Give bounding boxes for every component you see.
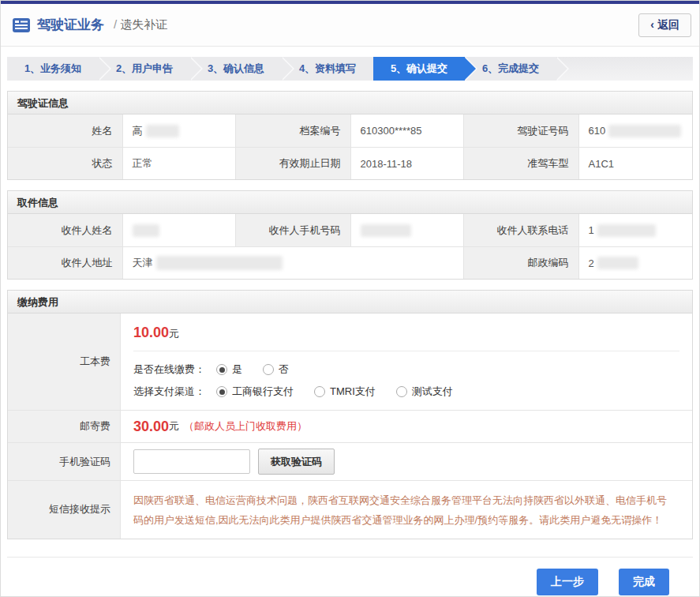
- status-label: 状态: [8, 147, 122, 179]
- pickup-info-section: 取件信息 收件人姓名 收件人手机号码 收件人联系电话 1 收件人地址 天津 邮政…: [7, 190, 693, 280]
- name-label: 姓名: [8, 115, 122, 147]
- step-wizard: 1、业务须知 2、用户申告 3、确认信息 4、资料填写 5、确认提交 6、完成提…: [7, 57, 693, 81]
- channel-option-test[interactable]: 测试支付: [396, 385, 453, 399]
- recipient-mobile-redacted-blur: [361, 224, 411, 237]
- recipient-phone-label: 收件人联系电话: [464, 214, 578, 246]
- license-row-1: 姓名 高 档案编号 610300****85 驾驶证号码 610: [8, 115, 692, 147]
- mail-fee-amount: 30.00: [133, 419, 169, 435]
- pickup-row-2: 收件人地址 天津 邮政编码 2: [8, 246, 692, 279]
- pay-channel-row: 选择支付渠道： 工商银行支付 TMRI支付 测试支付: [133, 385, 679, 399]
- license-info-section: 驾驶证信息 姓名 高 档案编号 610300****85 驾驶证号码 610 状…: [7, 91, 693, 180]
- address-text: 天津: [133, 256, 153, 270]
- header-title-group: 驾驶证业务 /遗失补证: [12, 16, 167, 34]
- vehicle-type-label: 准驾车型: [464, 147, 578, 179]
- channel-option-tmri[interactable]: TMRI支付: [314, 385, 376, 399]
- name-value: 高: [122, 115, 237, 147]
- mail-fee-label: 邮寄费: [8, 410, 120, 442]
- pickup-section-title: 取件信息: [8, 191, 692, 214]
- back-chevron-icon: ‹: [650, 18, 654, 31]
- captcha-label: 手机验证码: [8, 442, 120, 480]
- pickup-row-1: 收件人姓名 收件人手机号码 收件人联系电话 1: [8, 214, 692, 246]
- online-pay-no-label: 否: [279, 362, 289, 377]
- license-no-label: 驾驶证号码: [464, 115, 578, 147]
- online-pay-option-yes[interactable]: 是: [216, 362, 242, 377]
- recipient-phone-text: 1: [589, 224, 594, 236]
- mail-fee-note: （邮政人员上门收取费用）: [184, 419, 307, 434]
- step-6-complete-submit[interactable]: 6、完成提交: [465, 57, 556, 81]
- recipient-phone-value: 1: [578, 214, 693, 246]
- step-1-business-notice[interactable]: 1、业务须知: [7, 57, 99, 81]
- breadcrumb: /遗失补证: [110, 17, 167, 32]
- finish-button[interactable]: 完成: [619, 569, 669, 595]
- page: 驾驶证业务 /遗失补证 ‹返回 1、业务须知 2、用户申告 3、确认信息 4、资…: [0, 0, 700, 597]
- address-label: 收件人地址: [8, 246, 122, 279]
- production-fee-amount-line: 10.00元: [133, 325, 679, 341]
- license-no-text: 610: [589, 125, 606, 137]
- back-button[interactable]: ‹返回: [638, 13, 691, 37]
- radio-icbc-icon[interactable]: [216, 386, 227, 397]
- radio-test-icon[interactable]: [396, 386, 407, 397]
- status-value: 正常: [122, 147, 237, 179]
- radio-tmri-icon[interactable]: [314, 386, 325, 397]
- online-pay-option-no[interactable]: 否: [263, 362, 289, 377]
- production-fee-cell: 10.00元 是否在线缴费： 是 否 选择支付渠道： 工商银行支付 TMRI支付…: [120, 314, 692, 410]
- production-fee-amount: 10.00: [133, 325, 169, 340]
- radio-no-icon[interactable]: [263, 364, 274, 375]
- license-no-redacted-blur: [608, 125, 681, 137]
- production-fee-unit: 元: [169, 328, 179, 340]
- name-redacted-blur: [146, 125, 179, 137]
- breadcrumb-current: 遗失补证: [120, 17, 167, 31]
- pay-channel-label: 选择支付渠道：: [133, 385, 205, 399]
- header: 驾驶证业务 /遗失补证 ‹返回: [1, 4, 699, 47]
- recipient-phone-redacted-blur: [597, 224, 656, 237]
- fee-divider: [133, 351, 679, 351]
- recipient-mobile-label: 收件人手机号码: [236, 214, 350, 246]
- file-no-label: 档案编号: [236, 115, 350, 147]
- online-pay-yes-label: 是: [232, 362, 242, 377]
- channel-test-label: 测试支付: [412, 385, 453, 399]
- postcode-text: 2: [589, 257, 594, 269]
- recipient-name-value: [122, 214, 237, 246]
- step-4-fill-materials[interactable]: 4、资料填写: [282, 57, 373, 81]
- expiry-value: 2018-11-18: [350, 147, 465, 179]
- fees-section: 缴纳费用 工本费 10.00元 是否在线缴费： 是 否 选择支付渠道： 工商银行…: [7, 290, 693, 539]
- step-bar-filler: [556, 57, 693, 81]
- postcode-value: 2: [578, 246, 693, 279]
- channel-tmri-label: TMRI支付: [330, 385, 376, 399]
- captcha-cell: 获取验证码: [120, 442, 692, 480]
- captcha-input[interactable]: [133, 449, 250, 474]
- address-value: 天津: [122, 246, 465, 279]
- sms-tip-cell: 因陕西省联通、电信运营商技术问题，陕西省互联网交通安全综合服务管理平台无法向持陕…: [120, 480, 692, 539]
- page-title: 驾驶证业务: [37, 16, 104, 34]
- channel-option-icbc[interactable]: 工商银行支付: [216, 385, 294, 399]
- license-row-2: 状态 正常 有效期止日期 2018-11-18 准驾车型 A1C1: [8, 147, 692, 179]
- footer-actions: 上一步 完成: [7, 557, 693, 595]
- expiry-label: 有效期止日期: [236, 147, 350, 179]
- fees-section-title: 缴纳费用: [8, 291, 692, 314]
- sms-tip-label: 短信接收提示: [8, 480, 120, 539]
- sms-tip-text: 因陕西省联通、电信运营商技术问题，陕西省互联网交通安全综合服务管理平台无法向持陕…: [133, 482, 679, 539]
- recipient-mobile-value: [350, 214, 465, 246]
- step-2-user-declaration[interactable]: 2、用户申告: [99, 57, 190, 81]
- recipient-name-label: 收件人姓名: [8, 214, 122, 246]
- recipient-name-redacted-blur: [133, 224, 159, 237]
- license-menu-icon: [12, 17, 31, 33]
- license-no-value: 610: [578, 115, 693, 147]
- online-pay-label: 是否在线缴费：: [133, 362, 205, 377]
- previous-step-button[interactable]: 上一步: [537, 569, 598, 595]
- name-text: 高: [133, 124, 143, 138]
- file-no-value: 610300****85: [350, 115, 465, 147]
- step-5-confirm-submit[interactable]: 5、确认提交: [373, 57, 465, 81]
- channel-icbc-label: 工商银行支付: [232, 385, 294, 399]
- back-label: 返回: [657, 18, 679, 31]
- mail-fee-cell: 30.00元 （邮政人员上门收取费用）: [120, 410, 692, 442]
- production-fee-label: 工本费: [8, 314, 120, 410]
- step-3-confirm-info[interactable]: 3、确认信息: [190, 57, 282, 81]
- postcode-redacted-blur: [597, 257, 638, 269]
- radio-yes-icon[interactable]: [216, 364, 227, 375]
- get-captcha-button[interactable]: 获取验证码: [258, 449, 335, 475]
- fees-table: 工本费 10.00元 是否在线缴费： 是 否 选择支付渠道： 工商银行支付 TM…: [8, 314, 692, 539]
- mail-fee-unit: 元: [169, 419, 179, 434]
- vehicle-type-value: A1C1: [578, 147, 693, 179]
- breadcrumb-separator: /: [114, 17, 117, 31]
